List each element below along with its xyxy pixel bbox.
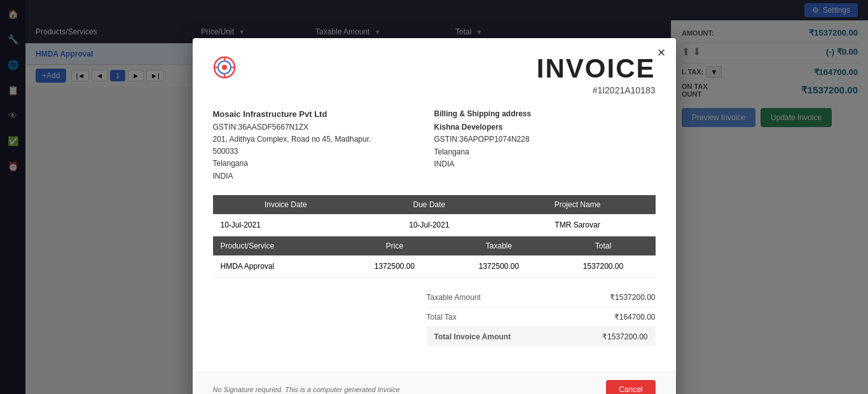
invoice-title: INVOICE [434,53,656,84]
col-item-taxable: Taxable [446,236,551,255]
invoice-date-value: 10-Jul-2021 [213,214,359,236]
total-invoice-row: Total Invoice Amount ₹1537200.00 [427,327,656,346]
modal-close-button[interactable]: × [658,46,666,60]
col-project-name: Project Name [500,195,656,214]
invoice-title-block: INVOICE #1I2021A10183 [434,53,656,95]
taxable-amount-value: ₹1537200.00 [610,293,655,302]
project-name-value: TMR Sarovar [500,214,656,236]
company-pincode: 500033 [213,146,412,158]
total-invoice-value: ₹1537200.00 [602,332,647,341]
invoice-preview-modal: × [193,38,676,394]
invoice-items-table: Product/Service Price Taxable Total HMDA… [213,236,656,278]
billing-label: Billing & Shipping address [434,108,656,120]
item-price-0: 1372500.00 [342,255,446,278]
totals-table: Taxable Amount ₹1537200.00 Total Tax ₹16… [427,288,656,346]
item-taxable-0: 1372500.00 [446,255,551,278]
company-name: Mosaic Infrastructure Pvt Ltd [213,108,412,121]
total-invoice-label: Total Invoice Amount [434,332,511,341]
totals-section: Taxable Amount ₹1537200.00 Total Tax ₹16… [213,288,656,346]
col-item-total: Total [551,236,655,255]
billing-gstin: GSTIN:36APOPP1074N228 [434,133,656,146]
logo-area [213,53,434,79]
total-tax-value: ₹164700.00 [614,313,656,322]
company-state: Telangana [213,158,412,170]
modal-overlay: × [0,0,868,394]
item-row-0: HMDA Approval 1372500.00 1372500.00 1537… [213,255,656,278]
col-item-price: Price [342,236,446,255]
invoice-number: #1I2021A10183 [434,85,656,95]
billing-name: Kishna Developers [434,121,656,133]
company-gstin: GSTIN:36AASDF5667N1ZX [213,121,412,133]
svg-point-2 [222,65,227,70]
total-tax-label: Total Tax [427,313,457,322]
invoice-dates-table: Invoice Date Due Date Project Name 10-Ju… [213,195,656,236]
company-address: 201, Adithya Complex, Road no 45, Madhap… [213,133,412,146]
taxable-amount-label: Taxable Amount [427,293,481,302]
billing-country: INDIA [434,158,656,170]
col-item-name: Product/Service [213,236,343,255]
billing-state: Telangana [434,146,656,158]
cancel-button[interactable]: Cancel [606,380,655,394]
item-total-0: 1537200.00 [551,255,655,278]
company-country: INDIA [213,170,412,182]
invoice-header: INVOICE #1I2021A10183 [213,53,656,95]
col-due-date: Due Date [359,195,499,214]
billing-info: Billing & Shipping address Kishna Develo… [434,108,656,182]
taxable-amount-row: Taxable Amount ₹1537200.00 [427,288,656,308]
modal-footer: No Signature requried. This is a compute… [193,372,676,394]
modal-body: INVOICE #1I2021A10183 Mosaic Infrastruct… [193,38,676,372]
company-logo [213,56,236,79]
due-date-value: 10-Jul-2021 [359,214,499,236]
footer-note: No Signature requried. This is a compute… [213,386,400,393]
company-info: Mosaic Infrastructure Pvt Ltd GSTIN:36AA… [213,108,412,182]
item-name-0: HMDA Approval [213,255,343,278]
company-billing: Mosaic Infrastructure Pvt Ltd GSTIN:36AA… [213,108,656,182]
col-invoice-date: Invoice Date [213,195,359,214]
total-tax-row: Total Tax ₹164700.00 [427,308,656,327]
